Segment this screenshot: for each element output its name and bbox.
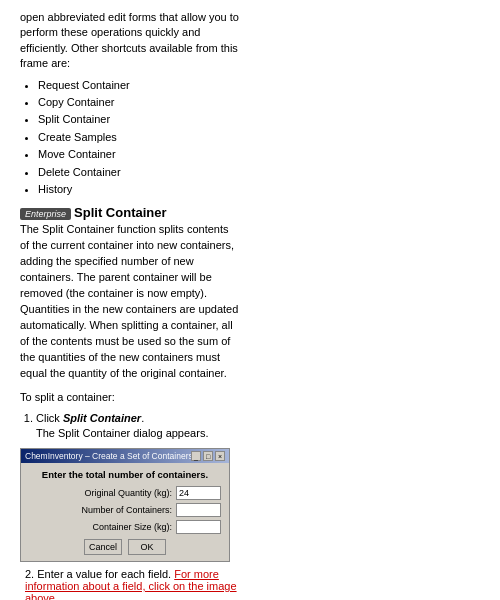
split-steps-list: Click Split Container. The Split Contain… (36, 411, 240, 442)
shortcuts-list: Request Container Copy Container Split C… (38, 78, 240, 198)
split-container-link[interactable]: Split Container (63, 412, 141, 424)
dialog1-field-1: Number of Containers: (29, 503, 221, 517)
step1-prefix: Click (36, 412, 60, 424)
list-item: Copy Container (38, 95, 240, 110)
split-dialog-1: ChemInventory – Create a Set of Containe… (20, 448, 230, 562)
enterprise-badge: Enterprise (20, 208, 71, 220)
list-item: Move Container (38, 147, 240, 162)
dialog1-cancel-button[interactable]: Cancel (84, 539, 122, 555)
step2-text: Enter a value for each field. (37, 568, 171, 580)
step1-sub: The Split Container dialog appears. (36, 427, 208, 439)
dialog1-input-0[interactable] (176, 486, 221, 500)
dialog1-header: Enter the total number of containers. (29, 469, 221, 480)
dialog1-close[interactable]: × (215, 451, 225, 461)
enterprise-tag-split: Enterprise Split Container (20, 205, 240, 222)
step1-suffix: . (141, 412, 144, 424)
dialog1-minimize[interactable]: _ (191, 451, 201, 461)
dialog1-content: Enter the total number of containers. Or… (21, 463, 229, 561)
page: open abbreviated edit forms that allow y… (0, 0, 500, 600)
dialog1-controls: _ □ × (191, 451, 225, 461)
split-step-1: Click Split Container. The Split Contain… (36, 411, 240, 442)
list-item: Delete Container (38, 165, 240, 180)
dialog1-label-0: Original Quantity (kg): (29, 488, 176, 498)
list-item: Split Container (38, 112, 240, 127)
right-step-2: 2. Enter a value for each field. For mor… (25, 568, 270, 600)
dialog1-label-2: Container Size (kg): (29, 522, 176, 532)
dialog1-titlebar: ChemInventory – Create a Set of Containe… (21, 449, 229, 463)
list-item: Request Container (38, 78, 240, 93)
step2-num: 2. (25, 568, 34, 580)
intro-text: open abbreviated edit forms that allow y… (20, 10, 240, 72)
right-column: 2. Enter a value for each field. For mor… (20, 568, 270, 600)
dialog1-ok-button[interactable]: OK (128, 539, 166, 555)
dialog1-field-0: Original Quantity (kg): (29, 486, 221, 500)
list-item: Create Samples (38, 130, 240, 145)
dialog1-input-1[interactable] (176, 503, 221, 517)
list-item: History (38, 182, 240, 197)
split-container-title: Split Container (74, 205, 166, 220)
left-column: open abbreviated edit forms that allow y… (20, 10, 250, 568)
dialog1-label-1: Number of Containers: (29, 505, 176, 515)
to-split-label: To split a container: (20, 390, 240, 405)
split-steps: To split a container: Click Split Contai… (20, 390, 240, 442)
split-container-body: The Split Container function splits cont… (20, 222, 240, 381)
dialog1-input-2[interactable] (176, 520, 221, 534)
dialog1-maximize[interactable]: □ (203, 451, 213, 461)
dialog1-title: ChemInventory – Create a Set of Containe… (25, 451, 191, 461)
dialog1-field-2: Container Size (kg): (29, 520, 221, 534)
dialog1-buttons: Cancel OK (29, 539, 221, 555)
